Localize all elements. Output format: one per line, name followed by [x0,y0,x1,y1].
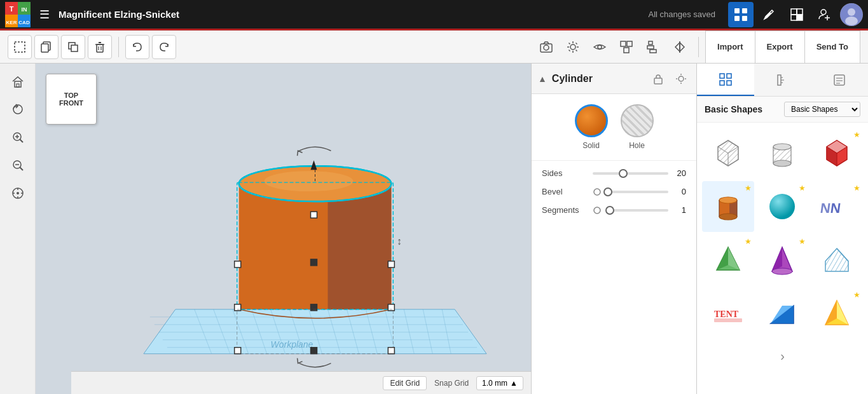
copy-button[interactable] [34,35,59,59]
tools-button[interactable] [756,2,782,27]
shape-item-cone-purple[interactable]: ★ [757,234,809,285]
import-button[interactable]: Import [706,31,754,63]
sides-value: 20 [668,168,686,178]
shape-thumb-cone-purple [765,243,799,277]
redo-button[interactable] [152,35,176,59]
svg-rect-46 [624,48,629,53]
svg-rect-13 [797,9,803,15]
shape-thumb-pyramid-green [711,243,745,277]
mirror-button[interactable] [668,35,692,59]
svg-text:TENT: TENT [714,309,739,319]
svg-rect-49 [650,50,656,53]
snap-value-selector[interactable]: 1.0 mm ▲ [476,376,523,390]
svg-rect-22 [15,42,25,52]
svg-rect-121 [727,81,731,85]
svg-rect-27 [97,44,103,52]
svg-point-116 [594,189,600,195]
svg-text:N: N [829,200,841,216]
view-controls [534,35,692,59]
shapes-panel-title: Basic Shapes [705,104,784,114]
panel-collapse-button[interactable]: ▲ [538,74,547,84]
bevel-slider-thumb[interactable] [603,187,612,196]
bevel-slider[interactable] [607,191,668,193]
shape-item-box-red[interactable]: ★ [811,128,863,179]
shapes-panel-header: Basic Shapes Basic Shapes Text & Numbers… [697,97,868,123]
solid-option[interactable]: Solid [575,104,608,150]
sides-row: Sides 20 [542,168,686,178]
shape-item-cylinder-orange[interactable]: ★ [702,181,754,232]
segments-slider[interactable] [607,209,668,212]
shape-item-wedge-blue[interactable] [757,288,809,339]
bevel-slider-container [593,187,668,196]
svg-point-149 [719,197,737,203]
grid-view-button[interactable] [728,2,754,27]
shape-type-options: Solid Hole [532,94,696,161]
hamburger-menu-button[interactable]: ☰ [37,5,52,24]
shape-item-box[interactable] [702,128,754,179]
hole-option[interactable]: Hole [621,104,654,150]
shape-item-cylinder[interactable] [757,128,809,179]
new-shape-button[interactable] [8,35,32,59]
shape-thumb-cylinder [765,136,799,170]
tab-notes[interactable] [811,64,868,96]
svg-text:KER: KER [6,20,17,25]
zoom-in-button[interactable] [5,125,31,150]
shape-item-pyramid-yellow[interactable]: ★ [811,288,863,339]
add-user-button[interactable] [812,2,837,27]
segments-slider-thumb[interactable] [605,206,614,215]
light-view-button[interactable] [561,35,585,59]
svg-rect-109 [388,348,394,354]
camera-button[interactable] [534,35,558,59]
lock-button[interactable] [649,70,667,88]
star-badge: ★ [853,290,860,299]
view-cube[interactable]: TOP FRONT [46,74,97,125]
duplicate-button[interactable] [61,35,85,59]
solid-icon [575,104,608,137]
shape-item-text3d[interactable]: ★ N N [811,181,863,232]
viewport[interactable]: TOP FRONT [36,64,531,394]
group-button[interactable] [614,35,638,59]
hide-button[interactable] [588,35,612,59]
sides-slider-thumb[interactable] [619,169,628,178]
sides-slider[interactable] [593,172,668,175]
svg-rect-47 [649,41,652,44]
svg-rect-126 [834,75,844,85]
send-to-button[interactable]: Send To [804,31,860,63]
tab-ruler[interactable] [754,64,811,96]
svg-point-64 [17,192,19,194]
svg-rect-101 [388,261,394,268]
zoom-out-button[interactable] [5,153,31,178]
blocks-button[interactable] [784,2,809,27]
shapes-panel: Basic Shapes Basic Shapes Text & Numbers… [696,64,868,394]
shape-item-pyramid-green[interactable]: ★ [702,234,754,285]
svg-point-137 [773,144,791,150]
sides-label: Sides [542,168,593,178]
svg-rect-45 [627,41,632,46]
tinkercad-logo[interactable]: T IN KER CAD [5,2,31,27]
undo-button[interactable] [125,35,149,59]
hole-icon [621,104,654,137]
panel-light-button[interactable] [672,70,690,88]
tab-grid[interactable] [697,64,754,96]
shape-item-roof[interactable] [811,234,863,285]
svg-rect-10 [734,16,740,21]
svg-rect-8 [734,8,740,13]
delete-button[interactable] [88,35,112,59]
cube-top-label: TOP [64,92,78,99]
edit-grid-button[interactable]: Edit Grid [383,376,427,390]
shape-item-sphere[interactable]: ★ [757,181,809,232]
align-button[interactable] [641,35,665,59]
export-button[interactable]: Export [755,31,804,63]
shapes-scroll-more[interactable]: › [697,344,868,369]
svg-marker-96 [311,160,317,170]
rotate-view-button[interactable] [5,97,31,122]
user-avatar-button[interactable] [840,3,863,26]
panel-title: Cylinder [552,73,644,85]
shapes-category-dropdown[interactable]: Basic Shapes Text & Numbers Featured [784,102,860,117]
home-view-button[interactable] [5,69,31,94]
shape-item-tent-text[interactable]: TENT [702,288,754,339]
svg-rect-26 [71,45,78,51]
reset-view-button[interactable] [5,180,31,206]
sides-slider-container [593,172,668,175]
right-action-buttons: Import Export Send To [705,31,860,64]
